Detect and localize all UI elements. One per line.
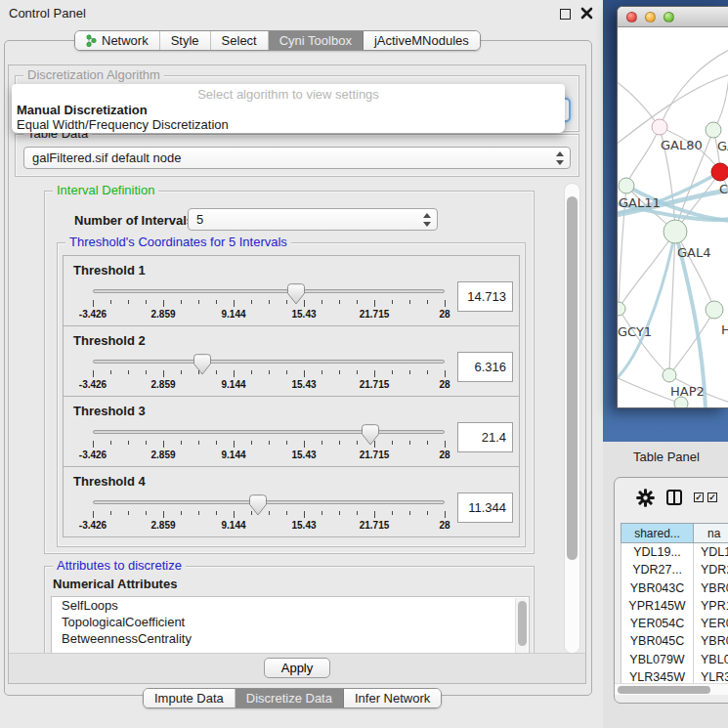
network-node[interactable] — [674, 397, 688, 407]
cell-name[interactable]: YBR0 — [694, 632, 728, 650]
network-edge[interactable] — [669, 310, 714, 375]
tab-label: jActiveMNodules — [374, 33, 469, 48]
threshold-value-field[interactable]: 11.344 — [457, 492, 513, 523]
attributes-scrollbar[interactable] — [515, 598, 528, 654]
network-edge[interactable] — [660, 49, 728, 127]
network-node-label: GAL4 — [677, 245, 710, 260]
slider-tick — [110, 441, 111, 445]
slider-thumb[interactable] — [249, 494, 267, 516]
threshold-row: Threshold 3-3.4262.8599.14415.4321.71528… — [63, 396, 520, 467]
network-window-titlebar[interactable] — [618, 7, 728, 27]
zoom-window-icon[interactable] — [664, 12, 674, 22]
cell-name[interactable]: YDR2 — [694, 561, 728, 578]
tab-infer-network[interactable]: Infer Network — [344, 689, 441, 707]
network-node-label: GCY1 — [618, 324, 652, 339]
slider-track[interactable] — [93, 360, 445, 364]
cell-name[interactable]: YBR0 — [694, 579, 728, 597]
close-icon[interactable] — [580, 7, 593, 20]
column-header-shared-name[interactable]: shared... — [621, 524, 694, 542]
network-edge[interactable] — [626, 127, 660, 186]
table-row[interactable]: YBL079WYBL0 — [621, 651, 728, 668]
tab-discretize-data[interactable]: Discretize Data — [236, 689, 344, 707]
threshold-slider[interactable]: -3.4262.8599.14415.4321.71528 — [93, 356, 445, 395]
slider-tick — [445, 300, 446, 307]
network-node[interactable] — [706, 122, 721, 138]
cell-shared-name[interactable]: YPR145W — [621, 597, 694, 615]
cell-shared-name[interactable]: YER054C — [621, 615, 694, 632]
split-columns-icon[interactable] — [666, 490, 682, 505]
numerical-attributes-list[interactable]: SelfLoopsTopologicalCoefficientBetweenne… — [51, 596, 530, 654]
cell-name[interactable]: YER0 — [694, 615, 728, 632]
network-node-label: GA — [717, 139, 728, 153]
cell-shared-name[interactable]: YDL19... — [621, 543, 694, 561]
attribute-list-item[interactable]: BetweennessCentrality — [52, 630, 529, 647]
tab-impute-data[interactable]: Impute Data — [144, 689, 236, 707]
threshold-value-field[interactable]: 6.316 — [457, 352, 513, 382]
attribute-list-item[interactable]: TopologicalCoefficient — [52, 614, 529, 630]
slider-tick — [357, 511, 358, 515]
slider-tick — [128, 300, 129, 304]
network-edge[interactable] — [713, 76, 728, 130]
table-row[interactable]: YER054CYER0 — [621, 615, 728, 632]
network-node[interactable] — [664, 220, 687, 243]
cell-name[interactable]: YBL0 — [694, 651, 728, 668]
network-node[interactable] — [619, 178, 634, 193]
tab-select[interactable]: Select — [211, 31, 269, 50]
table-row[interactable]: YBR045CYBR0 — [621, 632, 728, 650]
checkbox-icon[interactable]: ✓ — [707, 492, 717, 502]
threshold-slider[interactable]: -3.4262.8599.14415.4321.71528 — [93, 285, 445, 324]
close-window-icon[interactable] — [626, 12, 637, 22]
minimize-window-icon[interactable] — [645, 12, 656, 22]
network-edge-highlighted[interactable] — [618, 232, 675, 379]
checkbox-icon[interactable]: ✓ — [694, 492, 704, 502]
column-header-name[interactable]: na — [694, 524, 728, 542]
threshold-slider[interactable]: -3.4262.8599.14415.4321.71528 — [93, 496, 445, 535]
table-horizontal-scrollbar[interactable] — [615, 683, 728, 695]
threshold-slider[interactable]: -3.4262.8599.14415.4321.71528 — [93, 426, 445, 465]
slider-tick-label: 15.43 — [291, 309, 316, 320]
cell-shared-name[interactable]: YBR043C — [621, 579, 694, 597]
apply-button[interactable]: Apply — [264, 658, 330, 678]
network-node[interactable] — [711, 163, 728, 181]
slider-track[interactable] — [93, 289, 445, 293]
number-of-intervals-combobox[interactable]: 5 — [188, 208, 438, 231]
network-icon — [86, 34, 97, 47]
slider-thumb[interactable] — [193, 354, 211, 375]
tab-cyni-toolbox[interactable]: Cyni Toolbox — [269, 31, 364, 50]
threshold-value-field[interactable]: 14.713 — [457, 281, 513, 312]
table-row[interactable]: YBR043CYBR0 — [621, 579, 728, 597]
slider-tick — [146, 511, 147, 515]
cell-name[interactable]: YPR1 — [694, 597, 728, 615]
slider-tick — [269, 511, 270, 515]
dropdown-option[interactable]: Equal Width/Frequency Discretization — [12, 117, 565, 132]
network-edge[interactable] — [675, 232, 714, 310]
network-edge[interactable] — [618, 81, 660, 127]
table-row[interactable]: YDL19...YDL1 — [621, 543, 728, 561]
cell-shared-name[interactable]: YBR045C — [621, 632, 694, 650]
cell-shared-name[interactable]: YDR27... — [621, 561, 694, 578]
gear-icon[interactable] — [636, 489, 655, 511]
network-node[interactable] — [706, 301, 723, 319]
attribute-list-item[interactable]: SelfLoops — [52, 597, 529, 614]
table-data-combobox[interactable]: galFiltered.sif default node — [23, 147, 571, 169]
slider-thumb[interactable] — [362, 424, 379, 446]
float-panel-icon[interactable] — [560, 9, 571, 20]
slider-track[interactable] — [93, 500, 445, 504]
table-row[interactable]: YPR145WYPR1 — [621, 597, 728, 615]
threshold-value-field[interactable]: 21.4 — [457, 422, 513, 452]
network-node[interactable] — [652, 119, 667, 135]
tab-jactivemnodules[interactable]: jActiveMNodules — [364, 31, 480, 50]
cell-name[interactable]: YDL1 — [694, 543, 728, 561]
tab-network[interactable]: Network — [75, 31, 160, 50]
network-view-window: GAL80GACGAL11GAL4GCY1HHAP2 — [617, 6, 728, 408]
cell-shared-name[interactable]: YBL079W — [621, 651, 694, 668]
slider-thumb[interactable] — [287, 283, 305, 305]
network-canvas[interactable]: GAL80GACGAL11GAL4GCY1HHAP2 — [618, 27, 728, 407]
dropdown-option[interactable]: Manual Discretization — [12, 103, 565, 117]
network-node[interactable] — [618, 302, 625, 316]
network-node[interactable] — [663, 368, 676, 382]
table-row[interactable]: YDR27...YDR2 — [621, 561, 728, 578]
settings-scrollbar[interactable] — [564, 183, 580, 654]
tab-style[interactable]: Style — [160, 31, 211, 50]
slider-track[interactable] — [93, 430, 445, 434]
